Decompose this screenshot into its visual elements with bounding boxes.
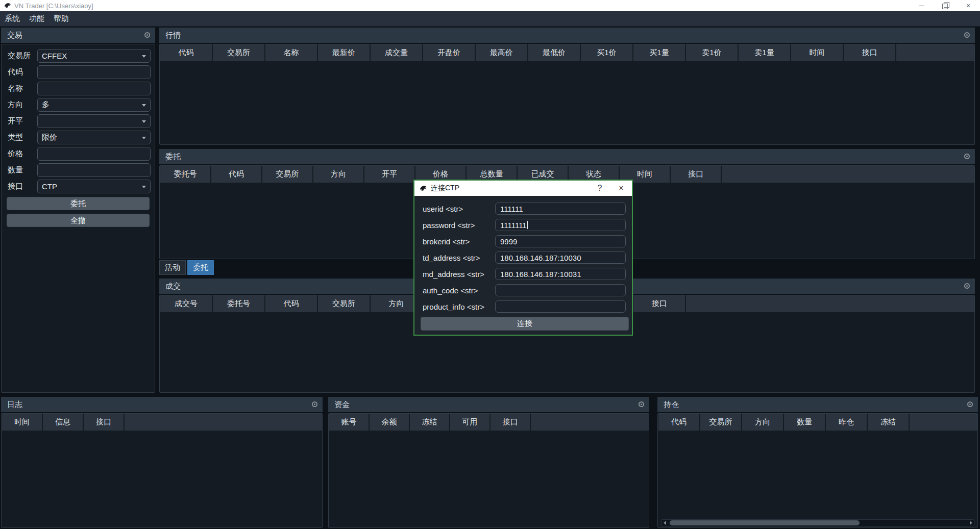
market-panel-title-label: 行情 — [165, 31, 181, 40]
float-icon[interactable] — [964, 154, 970, 159]
menu-item-0[interactable]: 系统 — [0, 11, 24, 27]
column-header[interactable]: 余额 — [370, 414, 409, 431]
column-header[interactable]: 代码 — [658, 414, 699, 431]
orders-panel-title: 委托 — [159, 149, 975, 164]
column-header[interactable]: 接口 — [491, 414, 530, 431]
cancel-all-button[interactable]: 全撤 — [7, 214, 150, 227]
column-header[interactable]: 成交号 — [160, 295, 212, 312]
menu-item-1[interactable]: 功能 — [24, 11, 49, 27]
dialog-help-button[interactable]: ? — [589, 181, 610, 196]
arrow-left-icon — [664, 521, 666, 525]
menu-item-2[interactable]: 帮助 — [49, 11, 74, 27]
column-header[interactable]: 账号 — [329, 414, 369, 431]
exchange-label: 交易所 — [8, 51, 37, 61]
column-header[interactable]: 时间 — [791, 44, 843, 61]
volume-row: 数量 — [8, 163, 151, 177]
column-header[interactable]: 最高价 — [476, 44, 527, 61]
gateway-select[interactable]: CTP — [37, 180, 151, 193]
text-caret — [527, 221, 528, 229]
volume-input[interactable] — [37, 163, 151, 177]
float-icon[interactable] — [964, 283, 970, 289]
column-header[interactable]: 可用 — [450, 414, 489, 431]
tab-委托[interactable]: 委托 — [187, 260, 214, 275]
column-header[interactable]: 委托号 — [213, 295, 264, 312]
column-header[interactable]: 成交量 — [371, 44, 422, 61]
md-address-row: md_address <str>180.168.146.187:10031 — [423, 268, 626, 280]
column-header[interactable]: 交易所 — [213, 44, 264, 61]
scroll-right-button[interactable] — [968, 520, 974, 526]
column-header[interactable]: 信息 — [43, 414, 83, 431]
column-header-stretch — [722, 166, 974, 183]
offset-select[interactable] — [37, 114, 151, 128]
auth-code-input[interactable] — [495, 284, 626, 296]
close-button[interactable]: × — [957, 0, 980, 11]
trading-panel: 交易所CFFEX代码名称方向多开平类型限价价格数量接口CTP委托全撤 — [1, 44, 155, 393]
product-info-label: product_info <str> — [423, 303, 495, 311]
md-address-input[interactable]: 180.168.146.187:10031 — [495, 268, 626, 280]
password-input[interactable]: 1111111 — [495, 219, 626, 231]
column-header[interactable]: 冻结 — [868, 414, 909, 431]
price-input[interactable] — [37, 147, 151, 161]
name-input[interactable] — [37, 82, 151, 95]
dialog-close-button[interactable]: × — [610, 181, 632, 196]
brokerid-input[interactable]: 9999 — [495, 235, 626, 247]
column-header[interactable]: 交易所 — [318, 295, 370, 312]
product-info-input[interactable] — [495, 300, 626, 313]
userid-input[interactable]: 111111 — [495, 203, 626, 215]
minimize-button[interactable] — [910, 0, 933, 11]
direction-label: 方向 — [8, 100, 37, 110]
trades-panel-title-label: 成交 — [165, 282, 181, 291]
float-icon[interactable] — [964, 32, 970, 38]
column-header[interactable]: 开盘价 — [423, 44, 475, 61]
dialog-titlebar: 连接CTP ? × — [414, 181, 632, 196]
order-tabs: 活动委托 — [159, 260, 214, 275]
column-header[interactable]: 代码 — [160, 44, 212, 61]
scrollbar-thumb[interactable] — [670, 520, 860, 525]
connect-button[interactable]: 连接 — [421, 317, 629, 331]
float-icon[interactable] — [639, 401, 644, 407]
direction-select[interactable]: 多 — [37, 98, 151, 112]
column-header[interactable]: 代码 — [265, 295, 317, 312]
column-header[interactable]: 买1量 — [633, 44, 685, 61]
scroll-left-button[interactable] — [662, 520, 668, 526]
column-header[interactable]: 最新价 — [318, 44, 370, 61]
scrollbar-track[interactable] — [668, 520, 968, 526]
submit-order-button[interactable]: 委托 — [7, 197, 150, 210]
column-header[interactable]: 交易所 — [700, 414, 741, 431]
column-header[interactable]: 交易所 — [262, 166, 312, 183]
column-header[interactable]: 卖1价 — [686, 44, 738, 61]
column-header[interactable]: 开平 — [364, 166, 414, 183]
symbol-row: 代码 — [8, 65, 151, 79]
float-icon[interactable] — [967, 401, 973, 407]
td-address-input[interactable]: 180.168.146.187:10030 — [495, 251, 626, 264]
log-panel: 时间信息接口 — [1, 413, 323, 528]
column-header[interactable]: 最低价 — [528, 44, 580, 61]
exchange-select[interactable]: CFFEX — [37, 49, 151, 63]
column-header[interactable]: 代码 — [211, 166, 261, 183]
price-row: 价格 — [8, 147, 151, 161]
password-label: password <str> — [423, 221, 495, 230]
column-header[interactable]: 方向 — [313, 166, 363, 183]
restore-button[interactable] — [933, 0, 957, 11]
column-header[interactable]: 名称 — [265, 44, 317, 61]
tab-活动[interactable]: 活动 — [159, 260, 186, 275]
float-icon[interactable] — [312, 401, 317, 407]
column-header[interactable]: 接口 — [844, 44, 895, 61]
column-header[interactable]: 冻结 — [410, 414, 449, 431]
column-header[interactable]: 委托号 — [160, 166, 210, 183]
column-header[interactable]: 买1价 — [581, 44, 632, 61]
column-header[interactable]: 昨仓 — [826, 414, 867, 431]
column-header[interactable]: 方向 — [742, 414, 783, 431]
column-header[interactable]: 接口 — [633, 295, 685, 312]
column-header[interactable]: 卖1量 — [739, 44, 790, 61]
column-header[interactable]: 时间 — [2, 414, 42, 431]
price-type-select[interactable]: 限价 — [37, 131, 151, 144]
column-header[interactable]: 数量 — [784, 414, 825, 431]
md-address-label: md_address <str> — [423, 270, 495, 279]
column-header[interactable]: 接口 — [84, 414, 124, 431]
symbol-input[interactable] — [37, 65, 151, 79]
horizontal-scrollbar[interactable] — [661, 519, 974, 526]
float-icon[interactable] — [144, 32, 150, 38]
symbol-label: 代码 — [8, 67, 37, 77]
column-header[interactable]: 接口 — [671, 166, 721, 183]
